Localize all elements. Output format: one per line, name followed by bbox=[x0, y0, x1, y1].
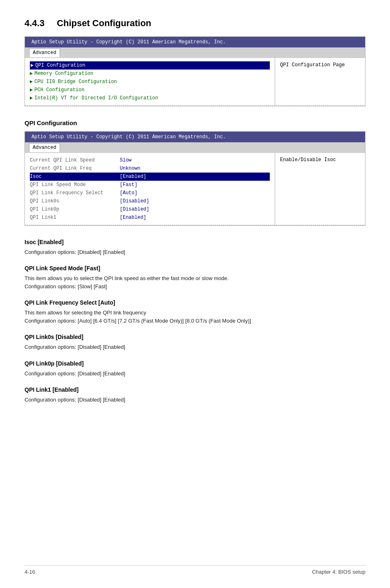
desc-section-qpi-link-speed-mode: QPI Link Speed Mode [Fast]This item allo… bbox=[25, 264, 365, 290]
desc-title-isoc: Isoc [Enabled] bbox=[25, 238, 365, 247]
chipset-menu-item-label: CPU II0 Bridge Configuration bbox=[34, 78, 117, 85]
desc-section-qpi-link0s: QPI Link0s [Disabled]Configuration optio… bbox=[25, 333, 365, 351]
chipset-menu-item-1[interactable]: ▶ Memory Configuration bbox=[30, 70, 270, 78]
qpi-bios-left: Current QPI Link SpeedSlowCurrent QPI Li… bbox=[25, 153, 275, 225]
qpi-row-label: Current QPI Link Freq bbox=[30, 165, 120, 172]
arrow-icon: ▶ bbox=[30, 70, 33, 77]
section-title: 4.4.3 Chipset Configuration bbox=[25, 16, 365, 30]
chipset-menu-item-label: PCH Configuration bbox=[34, 86, 84, 94]
qpi-row-value: [Auto] bbox=[120, 189, 270, 197]
desc-line-qpi-link-frequency-select-1: Configuration options: [Auto] [6.4 GT/s]… bbox=[25, 317, 365, 325]
desc-section-qpi-link1: QPI Link1 [Enabled]Configuration options… bbox=[25, 386, 365, 404]
qpi-row-value: [Fast] bbox=[120, 181, 270, 189]
qpi-bios-box: Aptio Setup Utility - Copyright (C) 2011… bbox=[25, 131, 365, 226]
qpi-bios-help-text: Enable/Disable Isoc bbox=[280, 157, 336, 163]
qpi-row-label: QPI Link0p bbox=[30, 206, 120, 213]
qpi-bios-header-text: Aptio Setup Utility - Copyright (C) 2011… bbox=[31, 134, 226, 140]
chipset-menu-item-label: QPI Configuration bbox=[35, 62, 85, 69]
arrow-icon: ▶ bbox=[30, 78, 33, 85]
qpi-row-label: Isoc bbox=[30, 173, 120, 180]
desc-line-qpi-link-speed-mode-0: This item allows you to select the QPI l… bbox=[25, 274, 365, 283]
chipset-menu-item-label: Memory Configuration bbox=[34, 70, 93, 77]
qpi-row-value: [Disabled] bbox=[120, 197, 270, 205]
qpi-row-1: Current QPI Link FreqUnknown bbox=[30, 164, 270, 173]
qpi-bios-header: Aptio Setup Utility - Copyright (C) 2011… bbox=[25, 132, 365, 142]
chipset-menu-item-0[interactable]: ▶ QPI Configuration bbox=[30, 61, 270, 70]
chipset-bios-left: ▶ QPI Configuration▶ Memory Configuratio… bbox=[25, 58, 275, 105]
qpi-row-value: Unknown bbox=[120, 165, 270, 172]
qpi-row-value: [Enabled] bbox=[120, 214, 270, 221]
desc-title-qpi-link-frequency-select: QPI Link Frequency Select [Auto] bbox=[25, 298, 365, 307]
chipset-bios-right: QPI Configuration Page bbox=[275, 58, 365, 105]
footer-page-number: 4-16 bbox=[25, 568, 35, 576]
desc-title-qpi-link0s: QPI Link0s [Disabled] bbox=[25, 333, 365, 341]
page-footer: 4-16 Chapter 4: BIOS setup bbox=[25, 565, 365, 576]
qpi-row-7: QPI Link1[Enabled] bbox=[30, 213, 270, 222]
qpi-row-0: Current QPI Link SpeedSlow bbox=[30, 156, 270, 164]
chipset-menu-item-3[interactable]: ▶ PCH Configuration bbox=[30, 86, 270, 94]
desc-title-qpi-link-speed-mode: QPI Link Speed Mode [Fast] bbox=[25, 264, 365, 273]
desc-title-qpi-link1: QPI Link1 [Enabled] bbox=[25, 386, 365, 394]
qpi-row-2[interactable]: Isoc[Enabled] bbox=[30, 173, 270, 181]
qpi-bios-dashed-line bbox=[25, 225, 365, 225]
qpi-bios-right: Enable/Disable Isoc bbox=[275, 153, 365, 225]
qpi-row-value: Slow bbox=[120, 157, 270, 164]
qpi-row-value: [Enabled] bbox=[120, 173, 270, 180]
descriptions-container: Isoc [Enabled]Configuration options: [Di… bbox=[25, 238, 365, 404]
desc-section-isoc: Isoc [Enabled]Configuration options: [Di… bbox=[25, 238, 365, 256]
desc-line-qpi-link0p-0: Configuration options: [Disabled] [Enabl… bbox=[25, 370, 365, 378]
qpi-row-4: QPI Link Frequency Select[Auto] bbox=[30, 189, 270, 197]
qpi-row-label: QPI Link1 bbox=[30, 214, 120, 221]
desc-line-qpi-link-frequency-select-0: This item allows for selecting the QPI l… bbox=[25, 309, 365, 317]
qpi-section-heading: QPI Configuration bbox=[25, 119, 365, 128]
chipset-bios-header: Aptio Setup Utility - Copyright (C) 2011… bbox=[25, 37, 365, 47]
chipset-bios-content: ▶ QPI Configuration▶ Memory Configuratio… bbox=[25, 58, 365, 105]
qpi-row-value: [Disabled] bbox=[120, 206, 270, 213]
chipset-bios-box: Aptio Setup Utility - Copyright (C) 2011… bbox=[25, 36, 365, 106]
desc-line-qpi-link0s-0: Configuration options: [Disabled] [Enabl… bbox=[25, 343, 365, 351]
desc-section-qpi-link0p: QPI Link0p [Disabled]Configuration optio… bbox=[25, 359, 365, 378]
desc-line-qpi-link-speed-mode-1: Configuration options: [Slow] [Fast] bbox=[25, 283, 365, 291]
chipset-bios-header-text: Aptio Setup Utility - Copyright (C) 2011… bbox=[31, 39, 226, 45]
qpi-row-6: QPI Link0p[Disabled] bbox=[30, 205, 270, 213]
desc-line-isoc-0: Configuration options: [Disabled] [Enabl… bbox=[25, 248, 365, 256]
qpi-row-5: QPI Link0s[Disabled] bbox=[30, 197, 270, 205]
chipset-bios-tab-bar: Advanced bbox=[25, 47, 365, 58]
qpi-bios-tab-advanced[interactable]: Advanced bbox=[29, 143, 60, 152]
desc-title-qpi-link0p: QPI Link0p [Disabled] bbox=[25, 359, 365, 368]
chipset-menu-item-4[interactable]: ▶ Intel(R) VT for Directed I/O Configura… bbox=[30, 94, 270, 102]
section-number: 4.4.3 bbox=[25, 18, 45, 28]
qpi-row-3: QPI Link Speed Mode[Fast] bbox=[30, 181, 270, 189]
desc-section-qpi-link-frequency-select: QPI Link Frequency Select [Auto]This ite… bbox=[25, 298, 365, 325]
chipset-menu-item-label: Intel(R) VT for Directed I/O Configurati… bbox=[34, 94, 158, 102]
qpi-bios-content: Current QPI Link SpeedSlowCurrent QPI Li… bbox=[25, 153, 365, 225]
desc-line-qpi-link1-0: Configuration options: [Disabled] [Enabl… bbox=[25, 396, 365, 404]
chipset-bios-dashed-line bbox=[25, 105, 365, 106]
qpi-row-label: QPI Link Frequency Select bbox=[30, 189, 120, 197]
arrow-icon: ▶ bbox=[30, 86, 33, 94]
chipset-bios-tab-advanced[interactable]: Advanced bbox=[29, 48, 60, 57]
chipset-bios-help-text: QPI Configuration Page bbox=[280, 62, 345, 68]
arrow-icon: ▶ bbox=[30, 94, 33, 102]
qpi-bios-tab-bar: Advanced bbox=[25, 142, 365, 153]
arrow-icon: ▶ bbox=[31, 62, 34, 69]
chipset-menu-item-2[interactable]: ▶ CPU II0 Bridge Configuration bbox=[30, 78, 270, 86]
qpi-row-label: Current QPI Link Speed bbox=[30, 157, 120, 164]
footer-chapter: Chapter 4: BIOS setup bbox=[312, 568, 365, 576]
qpi-row-label: QPI Link0s bbox=[30, 197, 120, 205]
section-heading-text: Chipset Configuration bbox=[57, 18, 151, 28]
qpi-row-label: QPI Link Speed Mode bbox=[30, 181, 120, 189]
